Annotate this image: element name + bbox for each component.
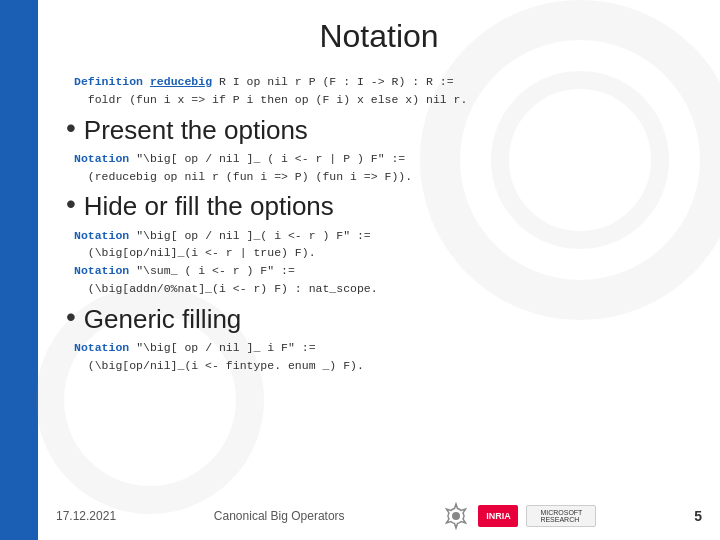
definition-line1-rest: R I op nil r P (F : I -> R) : R := — [212, 75, 454, 88]
keyword-definition: Definition — [74, 75, 150, 88]
definition-line2: foldr (fun i x => if P i then op (F i) x… — [74, 93, 467, 106]
footer-date: 17.12.2021 — [56, 509, 116, 523]
slide-content: Notation Definition reducebig R I op nil… — [38, 0, 720, 540]
microsoft-research-logo: MICROSOFTRESEARCH — [526, 505, 596, 527]
bullet-label-3: Generic filling — [84, 304, 242, 335]
bullet-dot-2: • — [66, 189, 76, 220]
code-block-3: Notation "\big[ op / nil ]_ i F" := (\bi… — [74, 339, 692, 375]
gear-icon — [442, 502, 470, 530]
footer-slide-title: Canonical Big Operators — [214, 509, 345, 523]
notation-str-2b: "\sum_ ( i <- r ) F" := — [136, 264, 295, 277]
svg-point-3 — [452, 512, 460, 520]
notation-kw-1: Notation — [74, 152, 129, 165]
notation-str-1: "\big[ op / nil ]_ ( i <- r | P ) F" := — [136, 152, 405, 165]
definition-block: Definition reducebig R I op nil r P (F :… — [74, 73, 692, 109]
inria-logo: INRIA — [478, 505, 518, 527]
left-sidebar — [0, 0, 38, 540]
notation-str-3: "\big[ op / nil ]_ i F" := — [136, 341, 315, 354]
code-block-1: Notation "\big[ op / nil ]_ ( i <- r | P… — [74, 150, 692, 186]
bullet-dot-3: • — [66, 302, 76, 333]
page-number: 5 — [694, 508, 702, 524]
keyword-reducebig: reducebig — [150, 75, 212, 88]
notation-body-3: (\big[op/nil]_(i <- fintype. enum _) F). — [74, 359, 364, 372]
bullet-label-1: Present the options — [84, 115, 308, 146]
bullet-item-1: • Present the options — [66, 115, 692, 146]
bullet-label-2: Hide or fill the options — [84, 191, 334, 222]
code-block-2: Notation "\big[ op / nil ]_( i <- r ) F"… — [74, 227, 692, 298]
notation-body-2b: (\big[addn/0%nat]_(i <- r) F) : nat_scop… — [74, 282, 378, 295]
notation-body-1: (reducebig op nil r (fun i => P) (fun i … — [74, 170, 412, 183]
bullet-item-3: • Generic filling — [66, 304, 692, 335]
notation-body-2a: (\big[op/nil]_(i <- r | true) F). — [74, 246, 316, 259]
notation-kw-2a: Notation — [74, 229, 129, 242]
bullet-item-2: • Hide or fill the options — [66, 191, 692, 222]
slide-title: Notation — [66, 18, 692, 55]
notation-kw-2b: Notation — [74, 264, 129, 277]
notation-str-2a: "\big[ op / nil ]_( i <- r ) F" := — [136, 229, 371, 242]
footer: 17.12.2021 Canonical Big Operators INRIA… — [38, 502, 720, 530]
bullet-dot-1: • — [66, 113, 76, 144]
footer-logos: INRIA MICROSOFTRESEARCH — [442, 502, 596, 530]
notation-kw-3: Notation — [74, 341, 129, 354]
